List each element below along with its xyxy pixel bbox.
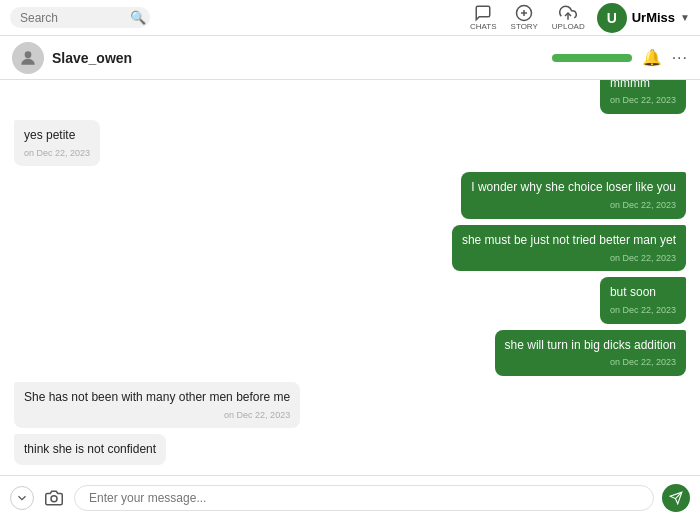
message-row: but soonon Dec 22, 2023 — [14, 277, 686, 323]
message-timestamp: on Dec 22, 2023 — [610, 94, 676, 107]
send-button[interactable] — [662, 484, 690, 512]
message-bubble: she must be just not tried better man ye… — [452, 225, 686, 271]
message-bubble: but soonon Dec 22, 2023 — [600, 277, 686, 323]
message-text: she must be just not tried better man ye… — [462, 233, 676, 247]
search-icon: 🔍 — [130, 10, 146, 25]
contact-name: Slave_owen — [52, 50, 132, 66]
message-text: think she is not confident — [24, 442, 156, 456]
message-row: think she is not confident — [14, 434, 686, 465]
message-bubble: think she is not confident — [14, 434, 166, 465]
message-bubble: I wonder why she choice loser like youon… — [461, 172, 686, 218]
messages-area: She is 5 feet 3 inches tallon Dec 22, 20… — [0, 80, 700, 475]
message-text: I wonder why she choice loser like you — [471, 180, 676, 194]
message-text: She has not been with many other men bef… — [24, 390, 290, 404]
story-label: STORY — [511, 22, 538, 31]
message-text: she will turn in big dicks addition — [505, 338, 676, 352]
nav-icon-group: CHATS STORY UPLOAD — [470, 4, 585, 31]
message-timestamp: on Dec 22, 2023 — [471, 199, 676, 212]
contact-avatar — [12, 42, 44, 74]
message-input[interactable] — [74, 485, 654, 511]
chats-label: CHATS — [470, 22, 497, 31]
upload-label: UPLOAD — [552, 22, 585, 31]
message-timestamp: on Dec 22, 2023 — [462, 252, 676, 265]
dropdown-arrow-icon: ▼ — [680, 12, 690, 23]
message-row: she must be just not tried better man ye… — [14, 225, 686, 271]
message-bubble: She has not been with many other men bef… — [14, 382, 300, 428]
message-timestamp: on Dec 22, 2023 — [24, 147, 90, 160]
expand-button[interactable] — [10, 486, 34, 510]
upload-nav-item[interactable]: UPLOAD — [552, 4, 585, 31]
message-bubble: she will turn in big dicks additionon De… — [495, 330, 686, 376]
camera-button[interactable] — [42, 486, 66, 510]
message-text: mmmm — [610, 80, 650, 90]
search-input[interactable] — [20, 11, 130, 25]
message-bubble: mmmmon Dec 22, 2023 — [600, 80, 686, 114]
svg-point-5 — [51, 495, 57, 501]
message-timestamp: on Dec 22, 2023 — [505, 356, 676, 369]
message-timestamp: on Dec 22, 2023 — [610, 304, 676, 317]
username-label: UrMiss — [632, 10, 675, 25]
message-row: she will turn in big dicks additionon De… — [14, 330, 686, 376]
more-options-icon[interactable]: ··· — [672, 49, 688, 67]
top-nav-right: CHATS STORY UPLOAD U UrMiss ▼ — [470, 3, 690, 33]
message-row: yes petiteon Dec 22, 2023 — [14, 120, 686, 166]
chat-header: Slave_owen 🔔 ··· — [0, 36, 700, 80]
message-row: She has not been with many other men bef… — [14, 382, 686, 428]
chat-header-right: 🔔 ··· — [552, 48, 688, 67]
top-nav-left: 🔍 — [10, 7, 150, 28]
message-text: yes petite — [24, 128, 75, 142]
chat-input-area — [0, 475, 700, 519]
message-timestamp: on Dec 22, 2023 — [24, 409, 290, 422]
story-nav-item[interactable]: STORY — [511, 4, 538, 31]
chats-nav-item[interactable]: CHATS — [470, 4, 497, 31]
bell-icon[interactable]: 🔔 — [642, 48, 662, 67]
search-bar[interactable]: 🔍 — [10, 7, 150, 28]
message-text: but soon — [610, 285, 656, 299]
avatar: U — [597, 3, 627, 33]
progress-bar — [552, 54, 632, 62]
user-profile-button[interactable]: U UrMiss ▼ — [597, 3, 690, 33]
svg-point-4 — [25, 51, 32, 58]
top-navigation: 🔍 CHATS STORY UPLOAD U UrMiss ▼ — [0, 0, 700, 36]
message-row: I wonder why she choice loser like youon… — [14, 172, 686, 218]
chat-header-left: Slave_owen — [12, 42, 132, 74]
message-bubble: yes petiteon Dec 22, 2023 — [14, 120, 100, 166]
message-row: mmmmon Dec 22, 2023 — [14, 80, 686, 114]
